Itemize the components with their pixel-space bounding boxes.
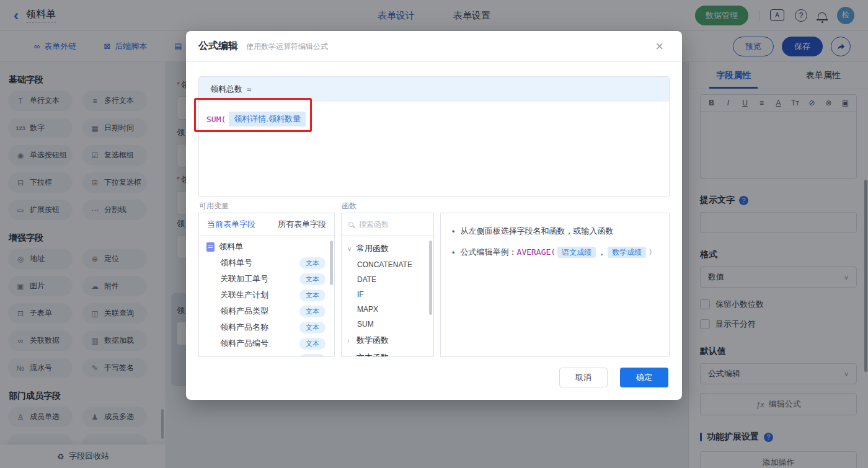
equals-sign: = <box>247 85 252 94</box>
example-chip: 数学成绩 <box>608 247 646 258</box>
tab-all-form-fields[interactable]: 所有表单字段 <box>278 219 326 230</box>
function-item[interactable]: SUM <box>342 317 433 332</box>
variable-tree-root[interactable]: 领料单 <box>199 236 334 255</box>
form-doc-icon <box>206 242 215 252</box>
tab-current-form-fields[interactable]: 当前表单字段 <box>207 219 255 230</box>
type-badge: 文本 <box>299 257 326 269</box>
variable-row[interactable]: 领料单号文本 <box>199 255 334 271</box>
function-group-text[interactable]: ›文本函数 <box>342 349 433 357</box>
formula-help-panel: • 从左侧面板选择字段名和函数，或输入函数 • 公式编辑举例：AVERAGE(语… <box>440 213 670 357</box>
function-item[interactable]: CONCATENATE <box>342 257 433 272</box>
example-chip: 语文成绩 <box>557 247 596 258</box>
formula-variable-chip[interactable]: 领料详情.领料数量 <box>229 112 306 126</box>
chevron-right-icon: › <box>347 337 353 344</box>
formula-editor: 领料总数 = SUM( 领料详情.领料数量 ) <box>198 76 670 197</box>
example-function-token: AVERAGE( <box>517 247 556 257</box>
formula-close-paren: ) <box>309 115 314 124</box>
type-badge: 文本 <box>299 354 326 358</box>
help-line-2: 公式编辑举例：AVERAGE(语文成绩，数学成绩) <box>461 247 653 258</box>
variables-panel: 当前表单字段 所有表单字段 领料单 领料单号文本 关联加工单号文本 关联生产计划… <box>198 213 335 357</box>
type-badge: 文本 <box>299 273 326 285</box>
help-line-1: 从左侧面板选择字段名和函数，或输入函数 <box>461 226 614 237</box>
chevron-down-icon: ∨ <box>347 245 353 252</box>
bullet-icon: • <box>452 248 455 257</box>
variable-row[interactable]: 领料产品编号文本 <box>199 335 334 351</box>
bullet-icon: • <box>452 227 455 236</box>
cancel-button[interactable]: 取消 <box>559 368 608 387</box>
variable-row[interactable]: 领料产品类型文本 <box>199 303 334 319</box>
available-variables-label: 可用变量 <box>199 201 229 211</box>
function-search[interactable] <box>342 213 433 236</box>
functions-panel: ∨常用函数 CONCATENATE DATE IF MAPX SUM ›数学函数… <box>341 213 434 357</box>
variable-row[interactable]: 关联生产计划文本 <box>199 287 334 303</box>
functions-label: 函数 <box>342 201 356 211</box>
formula-input-area[interactable]: SUM( 领料详情.领料数量 ) <box>199 102 669 136</box>
variable-row[interactable]: 关联加工单号文本 <box>199 271 334 287</box>
variables-scrollbar[interactable] <box>330 241 333 285</box>
variable-row[interactable]: 领料产品名称文本 <box>199 319 334 335</box>
function-search-input[interactable] <box>359 220 421 229</box>
function-item[interactable]: DATE <box>342 272 433 287</box>
dialog-title: 公式编辑 <box>198 40 238 53</box>
formula-target-bar: 领料总数 = <box>199 77 669 102</box>
formula-target: 领料总数 <box>210 84 242 95</box>
type-badge: 文本 <box>299 322 326 333</box>
function-item[interactable]: IF <box>342 287 433 302</box>
type-badge: 文本 <box>299 289 326 301</box>
confirm-button[interactable]: 确定 <box>620 368 668 387</box>
search-icon <box>348 222 353 227</box>
type-badge: 文本 <box>299 338 326 350</box>
function-group-math[interactable]: ›数学函数 <box>342 332 433 349</box>
variable-row[interactable]: 文本 <box>199 351 334 357</box>
formula-function-token: SUM( <box>206 115 226 124</box>
formula-edit-dialog: 公式编辑 使用数学运算符编辑公式 × 领料总数 = SUM( 领料详情.领料数量… <box>186 31 682 400</box>
function-item[interactable]: MAPX <box>342 302 433 317</box>
dialog-subtitle: 使用数学运算符编辑公式 <box>246 42 328 52</box>
type-badge: 文本 <box>299 306 326 317</box>
close-icon[interactable]: × <box>655 40 670 53</box>
chevron-right-icon: › <box>347 355 353 358</box>
function-group-common[interactable]: ∨常用函数 <box>342 240 433 257</box>
functions-scrollbar[interactable] <box>429 241 432 315</box>
